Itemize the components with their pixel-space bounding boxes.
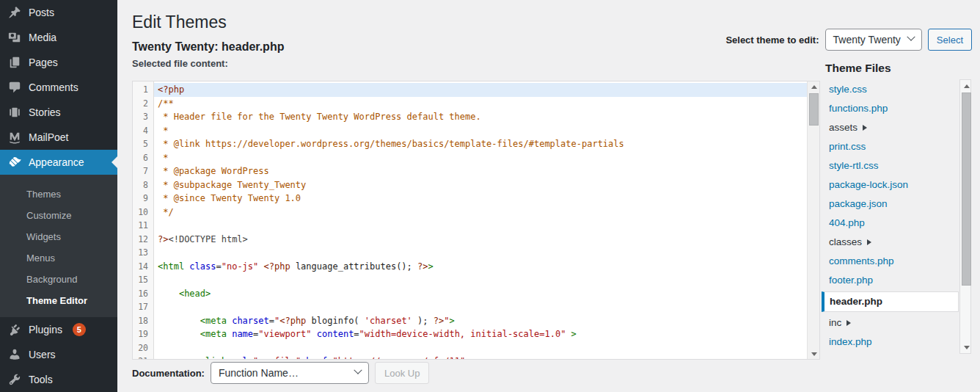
scroll-up-arrow-icon[interactable]: [960, 81, 973, 91]
sidebar-item-plugins[interactable]: Plugins 5: [0, 317, 117, 342]
code-text: * @package WordPress: [154, 164, 807, 178]
mailpoet-icon: [7, 131, 21, 145]
sidebar-item-appearance[interactable]: Appearance: [0, 150, 117, 175]
scroll-down-arrow-icon[interactable]: [960, 342, 973, 352]
code-text: [154, 219, 807, 233]
documentation-row: Documentation: Function Name… Look Up: [132, 362, 429, 384]
theme-file-comments-php[interactable]: comments.php: [822, 252, 959, 271]
stories-icon: [7, 106, 21, 120]
select-theme-button[interactable]: Select: [928, 29, 972, 51]
editor-scrollbar-thumb[interactable]: [809, 93, 819, 126]
sidebar-item-label: Posts: [29, 7, 54, 18]
user-icon: [7, 348, 21, 362]
code-text: * @subpackage Twenty_Twenty: [154, 178, 807, 192]
wrench-icon: [7, 373, 21, 387]
theme-files-list: style.css functions.php assets print.css…: [822, 79, 959, 354]
theme-files-scrollbar-thumb[interactable]: [962, 92, 971, 286]
sidebar-item-media[interactable]: Media: [0, 25, 117, 50]
sidebar-item-posts[interactable]: Posts: [0, 0, 117, 25]
theme-file-package-lock-json[interactable]: package-lock.json: [822, 175, 959, 195]
media-icon: [7, 31, 21, 45]
submenu-item-widgets[interactable]: Widgets: [0, 226, 117, 247]
theme-files-scrollbar[interactable]: [959, 79, 971, 354]
folder-expand-arrow-icon: [863, 125, 867, 131]
theme-file-footer-php[interactable]: footer.php: [822, 271, 959, 290]
brush-icon: [7, 156, 21, 170]
line-number: 15: [133, 273, 154, 287]
submenu-item-themes[interactable]: Themes: [0, 184, 117, 205]
submenu-item-background[interactable]: Background: [0, 269, 117, 290]
theme-file-print-css[interactable]: print.css: [822, 137, 959, 156]
code-line: 6 *: [133, 151, 807, 165]
sidebar-item-pages[interactable]: Pages: [0, 50, 117, 75]
theme-file-label: style-rtl.css: [829, 156, 879, 175]
code-text: [154, 341, 807, 355]
active-menu-arrow: [111, 156, 117, 168]
theme-file-header-php[interactable]: header.php: [822, 291, 959, 312]
documentation-select[interactable]: Function Name…: [211, 362, 369, 384]
page-title: Edit Themes: [132, 12, 227, 33]
scroll-down-arrow-icon[interactable]: [808, 349, 820, 359]
theme-file-style-css[interactable]: style.css: [822, 80, 959, 99]
sidebar-item-label: Tools: [29, 374, 53, 385]
code-editor[interactable]: 1 <?php 2 /** 3 * Header file for the Tw…: [132, 81, 820, 360]
plugins-update-badge: 5: [73, 323, 86, 336]
theme-file-assets[interactable]: assets: [822, 118, 959, 137]
line-number: 8: [133, 178, 154, 192]
code-line: 20: [133, 341, 807, 355]
code-line: 16 <head>: [133, 287, 807, 301]
scroll-up-arrow-icon[interactable]: [808, 81, 820, 92]
code-text: ?><!DOCTYPE html>: [154, 233, 807, 247]
sidebar-item-mailpoet[interactable]: MailPoet: [0, 125, 117, 150]
selected-file-content-label: Selected file content:: [132, 58, 228, 69]
line-number: 7: [133, 164, 154, 178]
code-text: <meta charset="<?php bloginfo( 'charset'…: [154, 314, 807, 328]
code-text: * @since Twenty Twenty 1.0: [154, 192, 807, 206]
code-text: [154, 273, 807, 287]
line-number: 17: [133, 300, 154, 314]
sidebar-item-users[interactable]: Users: [0, 342, 117, 367]
select-theme-label: Select theme to edit:: [725, 35, 819, 46]
code-line: 4 *: [133, 124, 807, 138]
code-text: <?php: [154, 83, 807, 97]
line-number: 19: [133, 327, 154, 341]
theme-select-value: Twenty Twenty: [833, 34, 901, 46]
theme-file-404-php[interactable]: 404.php: [822, 214, 959, 233]
code-text: <html class="no-js" <?php language_attri…: [154, 260, 807, 274]
submenu-item-customize[interactable]: Customize: [0, 205, 117, 226]
theme-file-index-php[interactable]: index.php: [822, 333, 959, 352]
code-text: *: [154, 124, 807, 138]
theme-select[interactable]: Twenty Twenty: [825, 29, 922, 51]
code-text: /**: [154, 97, 807, 111]
code-text: <link rel="profile" href="https://gmpg.o…: [154, 355, 807, 360]
submenu-item-menus[interactable]: Menus: [0, 247, 117, 269]
theme-file-package-json[interactable]: package.json: [822, 195, 959, 214]
code-line: 8 * @subpackage Twenty_Twenty: [133, 178, 807, 192]
code-line: 10 */: [133, 206, 807, 219]
plug-icon: [7, 323, 21, 337]
sidebar-item-tools[interactable]: Tools: [0, 367, 117, 392]
theme-select-row: Select theme to edit: Twenty Twenty Sele…: [725, 29, 972, 51]
code-line: 1 <?php: [133, 83, 807, 97]
theme-file-classes[interactable]: classes: [822, 233, 959, 252]
code-line: 18 <meta charset="<?php bloginfo( 'chars…: [133, 314, 807, 328]
submenu-item-theme-editor[interactable]: Theme Editor: [0, 290, 117, 311]
chevron-down-icon: [907, 33, 915, 41]
code-line: 9 * @since Twenty Twenty 1.0: [133, 192, 807, 206]
sidebar-item-stories[interactable]: Stories: [0, 100, 117, 125]
theme-file-inc[interactable]: inc: [822, 313, 959, 333]
theme-file-label: package.json: [829, 195, 888, 214]
theme-file-label: index.php: [829, 333, 872, 352]
sidebar-item-label: Pages: [29, 57, 58, 68]
sidebar-item-comments[interactable]: Comments: [0, 75, 117, 100]
theme-file-label: footer.php: [829, 271, 873, 290]
pin-icon: [7, 6, 21, 20]
theme-file-functions-php[interactable]: functions.php: [822, 99, 959, 118]
theme-file-label: classes: [829, 233, 862, 252]
lookup-button[interactable]: Look Up: [375, 362, 429, 384]
code-line: 21 <link rel="profile" href="https://gmp…: [133, 355, 807, 360]
line-number: 1: [133, 83, 154, 97]
editor-vertical-scrollbar[interactable]: [807, 81, 819, 359]
theme-file-style-rtl-css[interactable]: style-rtl.css: [822, 156, 959, 175]
line-number: 21: [133, 355, 154, 360]
